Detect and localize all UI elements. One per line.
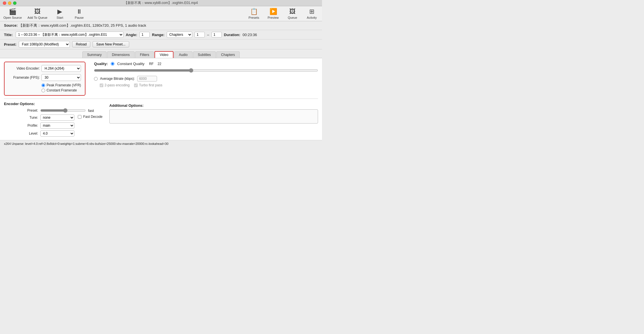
turbo-label: Turbo first pass	[139, 83, 162, 87]
activity-icon: ⊞	[309, 8, 314, 15]
two-pass-label: 2-pass encoding	[104, 83, 129, 87]
start-button[interactable]: ▶ Start	[53, 8, 67, 19]
range-group: Range: Chapters –	[152, 32, 221, 38]
options-layout: Encoder Options: Preset: fast Tune: none	[4, 102, 318, 137]
toolbar: 🎬 Open Source 🖼 Add To Queue ▶ Start ⏸ P…	[0, 6, 322, 21]
title-row: Title: 1 – 00:23:36 – 【新影不离：www.xybl8.co…	[0, 30, 322, 39]
duration-group: Duration: 00:23:36	[224, 33, 257, 37]
video-row: Video Encoder: H.264 (x264) Framerate (F…	[4, 62, 318, 96]
bitrate-input[interactable]	[137, 76, 157, 82]
tab-audio[interactable]: Audio	[174, 51, 193, 58]
range-type-select[interactable]: Chapters	[167, 32, 192, 38]
video-encoder-row: Video Encoder: H.264 (x264)	[9, 65, 81, 72]
range-from-input[interactable]	[195, 32, 205, 37]
x264-unparse: x264 Unparse: level=4.0:ref=2:8x8dct=0:w…	[0, 140, 322, 147]
tab-summary[interactable]: Summary	[82, 51, 106, 58]
encoder-panel: Video Encoder: H.264 (x264) Framerate (F…	[4, 62, 85, 96]
profile-select[interactable]: main	[40, 122, 74, 129]
preset-slider[interactable]	[40, 108, 86, 113]
preset-row: Preset: Fast 1080p30 (Modified) Reload S…	[0, 39, 322, 49]
tune-row: none Fast Decode	[40, 114, 103, 121]
reload-button[interactable]: Reload	[72, 41, 90, 47]
profile-label: Profile:	[4, 124, 38, 128]
preset-label: Preset:	[4, 42, 16, 47]
open-source-label: Open Source	[3, 16, 22, 19]
preset-select[interactable]: Fast 1080p30 (Modified)	[19, 41, 70, 48]
framerate-mode-group: Peak Framerate (VFR) Constant Framerate	[41, 83, 81, 92]
close-button[interactable]	[3, 1, 6, 5]
save-new-preset-button[interactable]: Save New Preset...	[93, 41, 129, 47]
tabs-row: Summary Dimensions Filters Video Audio S…	[0, 49, 322, 58]
constant-framerate-radio[interactable]	[41, 89, 45, 92]
two-pass-checkbox[interactable]	[100, 84, 103, 87]
encoder-options-section: Encoder Options: Preset: fast Tune: none	[4, 99, 318, 137]
range-dash: –	[207, 33, 209, 37]
open-source-button[interactable]: 🎬 Open Source	[3, 8, 22, 19]
maximize-button[interactable]	[13, 1, 16, 5]
angle-group: Angle:	[126, 32, 150, 37]
peak-framerate-option[interactable]: Peak Framerate (VFR)	[41, 83, 81, 87]
tab-video[interactable]: Video	[154, 51, 173, 58]
turbo-option: Turbo first pass	[134, 83, 162, 87]
video-encoder-label: Video Encoder:	[9, 66, 40, 70]
main-content: Video Encoder: H.264 (x264) Framerate (F…	[0, 58, 322, 140]
add-to-queue-icon: 🖼	[34, 8, 41, 15]
fast-decode-label: Fast Decode	[83, 115, 103, 119]
angle-input[interactable]	[139, 32, 150, 37]
tune-select[interactable]: none	[40, 114, 74, 121]
additional-options-textarea[interactable]	[109, 109, 318, 124]
quality-panel: Quality: Constant Quality RF 22 Average …	[94, 62, 318, 87]
open-source-icon: 🎬	[9, 8, 16, 15]
rf-value: 22	[158, 62, 161, 66]
tab-subtitles[interactable]: Subtitles	[193, 51, 216, 58]
additional-options-label: Additional Options:	[109, 103, 318, 108]
avg-bitrate-radio[interactable]	[94, 77, 98, 81]
options-right: Additional Options:	[109, 102, 318, 137]
options-left: Encoder Options: Preset: fast Tune: none	[4, 102, 103, 137]
encoder-options-title: Encoder Options:	[4, 102, 103, 106]
title-select[interactable]: 1 – 00:23:36 – 【新影不离：www.xybl8.com】.xxgh…	[16, 32, 124, 38]
encoding-options: 2-pass encoding Turbo first pass	[100, 83, 318, 87]
level-select[interactable]: 4.0	[40, 130, 74, 137]
constant-quality-radio[interactable]	[111, 62, 114, 66]
preview-label: Preview	[267, 16, 279, 19]
preset-slider-label: Preset:	[4, 108, 38, 112]
queue-label: Queue	[288, 16, 297, 19]
minimize-button[interactable]	[8, 1, 11, 5]
angle-label: Angle:	[126, 33, 137, 37]
constant-framerate-label: Constant Framerate	[47, 88, 77, 92]
source-value: 【新影不离：www.xybl8.com】.xxghlm.E01, 1280x72…	[19, 23, 146, 28]
activity-label: Activity	[307, 16, 317, 19]
constant-framerate-option[interactable]: Constant Framerate	[41, 88, 81, 92]
quality-slider[interactable]	[94, 68, 318, 73]
range-to-input[interactable]	[212, 32, 222, 37]
video-encoder-select[interactable]: H.264 (x264)	[41, 65, 81, 72]
turbo-checkbox[interactable]	[134, 84, 138, 87]
tab-filters[interactable]: Filters	[135, 51, 154, 58]
queue-button[interactable]: 🖼 Queue	[286, 8, 299, 19]
peak-framerate-label: Peak Framerate (VFR)	[47, 83, 81, 87]
level-label: Level:	[4, 131, 38, 135]
quality-slider-container	[94, 68, 318, 74]
preset-slider-value: fast	[88, 108, 94, 113]
fast-decode-checkbox[interactable]	[78, 115, 81, 119]
activity-button[interactable]: ⊞ Activity	[305, 8, 319, 19]
quality-row: Quality: Constant Quality RF 22	[94, 62, 318, 66]
pause-button[interactable]: ⏸ Pause	[72, 8, 86, 19]
add-to-queue-button[interactable]: 🖼 Add To Queue	[28, 8, 47, 19]
framerate-select[interactable]: 30	[41, 74, 81, 81]
tab-chapters[interactable]: Chapters	[216, 51, 240, 58]
presets-button[interactable]: 📋 Presets	[247, 8, 261, 19]
window-title: 【新影不离：www.xybl8.com】.xxghlm.E01.mp4	[124, 1, 198, 5]
toolbar-right: 📋 Presets ▶️ Preview 🖼 Queue ⊞ Activity	[247, 8, 319, 19]
tab-dimensions[interactable]: Dimensions	[107, 51, 135, 58]
add-to-queue-label: Add To Queue	[28, 16, 47, 19]
source-row: Source: 【新影不离：www.xybl8.com】.xxghlm.E01,…	[0, 21, 322, 30]
two-pass-option: 2-pass encoding	[100, 83, 129, 87]
rf-label: RF	[149, 62, 154, 66]
preview-button[interactable]: ▶️ Preview	[266, 8, 280, 19]
peak-framerate-radio[interactable]	[41, 84, 45, 87]
presets-label: Presets	[248, 16, 259, 19]
tune-label: Tune:	[4, 116, 38, 120]
preset-slider-row: fast	[40, 108, 103, 113]
